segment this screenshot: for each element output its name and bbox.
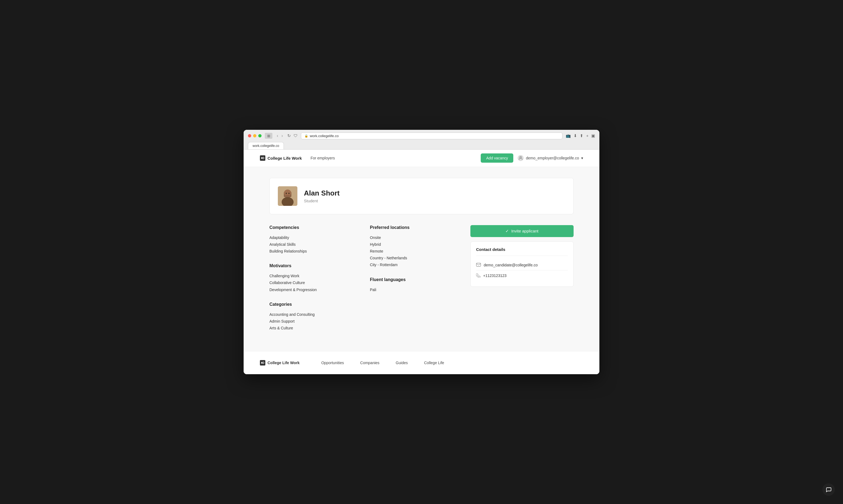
user-email: demo_employer@collegelife.co bbox=[526, 156, 579, 160]
footer-logo-text: College Life Work bbox=[268, 361, 300, 365]
svg-rect-9 bbox=[477, 263, 481, 266]
categories-list: Accounting and Consulting Admin Support … bbox=[269, 311, 359, 332]
forward-button[interactable]: › bbox=[280, 133, 284, 139]
navbar: College Life Work For employers Add vaca… bbox=[244, 150, 599, 167]
minimize-button[interactable] bbox=[253, 134, 256, 138]
svg-point-6 bbox=[284, 190, 291, 196]
tab-title: work.collegelife.co bbox=[253, 144, 279, 148]
url-text: work.collegelife.co bbox=[310, 134, 339, 138]
list-item: Remote bbox=[370, 248, 460, 255]
footer-links: Opportunities Companies Guides College L… bbox=[321, 361, 444, 365]
profile-role: Student bbox=[304, 198, 340, 203]
sidebar-toggle-button[interactable]: ⊞ bbox=[265, 133, 272, 139]
list-item: Pali bbox=[370, 287, 460, 293]
contact-title: Contact details bbox=[476, 247, 568, 256]
logo-text: College Life Work bbox=[268, 156, 302, 161]
svg-point-7 bbox=[286, 193, 287, 194]
invite-applicant-button[interactable]: ✓ Invite applicant bbox=[470, 225, 574, 237]
footer: College Life Work Opportunities Companie… bbox=[244, 351, 599, 374]
categories-title: Categories bbox=[269, 302, 359, 307]
preferred-locations-list: Onsite Hybrid Remote Country - Netherlan… bbox=[370, 234, 460, 269]
list-item: Adaptability bbox=[269, 234, 359, 241]
competencies-section: Competencies Adaptability Analytical Ski… bbox=[269, 225, 359, 255]
footer-logo-icon bbox=[260, 360, 265, 365]
shield-icon: 🛡 bbox=[293, 133, 298, 138]
chevron-down-icon: ▾ bbox=[581, 156, 583, 160]
footer-link-companies[interactable]: Companies bbox=[360, 361, 379, 365]
categories-section: Categories Accounting and Consulting Adm… bbox=[269, 302, 359, 332]
right-panel: ✓ Invite applicant Contact details bbox=[470, 225, 574, 341]
email-icon bbox=[476, 263, 481, 268]
svg-point-8 bbox=[288, 193, 289, 194]
middle-column: Preferred locations Onsite Hybrid Remote… bbox=[370, 225, 460, 341]
fluent-languages-list: Pali bbox=[370, 287, 460, 293]
preferred-locations-section: Preferred locations Onsite Hybrid Remote… bbox=[370, 225, 460, 269]
traffic-lights bbox=[248, 134, 262, 138]
chat-bubble-button[interactable] bbox=[822, 483, 835, 496]
contact-phone: +1123123123 bbox=[483, 273, 506, 278]
footer-link-college-life[interactable]: College Life bbox=[424, 361, 444, 365]
footer-link-guides[interactable]: Guides bbox=[396, 361, 408, 365]
logo[interactable]: College Life Work bbox=[260, 155, 302, 161]
close-button[interactable] bbox=[248, 134, 251, 138]
list-item: Country - Netherlands bbox=[370, 255, 460, 262]
svg-point-10 bbox=[262, 362, 264, 364]
contact-email: demo_candidate@collegelife.co bbox=[484, 263, 538, 267]
motivators-title: Motivators bbox=[269, 264, 359, 268]
browser-tab[interactable]: work.collegelife.co bbox=[248, 142, 284, 149]
details-grid: Competencies Adaptability Analytical Ski… bbox=[269, 225, 574, 341]
fluent-languages-section: Fluent languages Pali bbox=[370, 277, 460, 293]
cast-icon[interactable]: 📺 bbox=[566, 133, 571, 138]
footer-link-opportunities[interactable]: Opportunities bbox=[321, 361, 344, 365]
user-avatar-icon bbox=[518, 155, 524, 161]
phone-icon bbox=[476, 273, 481, 278]
list-item: Analytical Skills bbox=[269, 241, 359, 248]
list-item: Hybrid bbox=[370, 241, 460, 248]
lock-icon: 🔒 bbox=[304, 134, 308, 138]
new-tab-icon[interactable]: + bbox=[586, 133, 589, 138]
nav-right: Add vacancy demo_employer@collegelife.co… bbox=[481, 154, 583, 163]
share-icon[interactable]: ⬆ bbox=[580, 133, 584, 138]
tabs-icon[interactable]: ▣ bbox=[591, 133, 595, 138]
refresh-icon[interactable]: ↻ bbox=[287, 133, 291, 138]
email-contact-item: demo_candidate@collegelife.co bbox=[476, 260, 568, 270]
user-menu[interactable]: demo_employer@collegelife.co ▾ bbox=[518, 155, 583, 161]
svg-point-1 bbox=[520, 157, 521, 158]
list-item: Challenging Work bbox=[269, 273, 359, 280]
competencies-title: Competencies bbox=[269, 225, 359, 230]
list-item: Admin Support bbox=[269, 318, 359, 325]
motivators-list: Challenging Work Collaborative Culture D… bbox=[269, 273, 359, 293]
invite-btn-label: Invite applicant bbox=[511, 229, 538, 233]
preferred-locations-title: Preferred locations bbox=[370, 225, 460, 230]
download-icon[interactable]: ⬇ bbox=[574, 133, 577, 138]
main-content: Alan Short Student Competencies Adaptabi… bbox=[264, 167, 579, 352]
list-item: Accounting and Consulting bbox=[269, 311, 359, 318]
address-bar[interactable]: 🔒 work.collegelife.co bbox=[301, 132, 563, 139]
list-item: Development & Progression bbox=[269, 287, 359, 293]
nav-left: College Life Work For employers bbox=[260, 155, 335, 161]
back-button[interactable]: ‹ bbox=[276, 133, 279, 139]
profile-card: Alan Short Student bbox=[269, 178, 574, 214]
svg-point-0 bbox=[262, 157, 264, 159]
checkmark-icon: ✓ bbox=[505, 229, 509, 234]
list-item: City - Rotterdam bbox=[370, 262, 460, 268]
list-item: Collaborative Culture bbox=[269, 280, 359, 286]
list-item: Onsite bbox=[370, 234, 460, 241]
contact-card: Contact details demo_candidate@collegeli… bbox=[470, 241, 574, 287]
footer-logo[interactable]: College Life Work bbox=[260, 360, 300, 365]
fluent-languages-title: Fluent languages bbox=[370, 277, 460, 282]
list-item: Arts & Culture bbox=[269, 325, 359, 331]
avatar bbox=[278, 186, 298, 206]
motivators-section: Motivators Challenging Work Collaborativ… bbox=[269, 264, 359, 293]
list-item: Building Relationships bbox=[269, 248, 359, 255]
for-employers-link[interactable]: For employers bbox=[310, 156, 335, 160]
add-vacancy-button[interactable]: Add vacancy bbox=[481, 154, 513, 163]
logo-icon bbox=[260, 155, 265, 161]
profile-name: Alan Short bbox=[304, 189, 340, 197]
profile-info: Alan Short Student bbox=[304, 189, 340, 203]
competencies-list: Adaptability Analytical Skills Building … bbox=[269, 234, 359, 255]
left-column: Competencies Adaptability Analytical Ski… bbox=[269, 225, 359, 341]
phone-contact-item: +1123123123 bbox=[476, 270, 568, 281]
maximize-button[interactable] bbox=[258, 134, 262, 138]
